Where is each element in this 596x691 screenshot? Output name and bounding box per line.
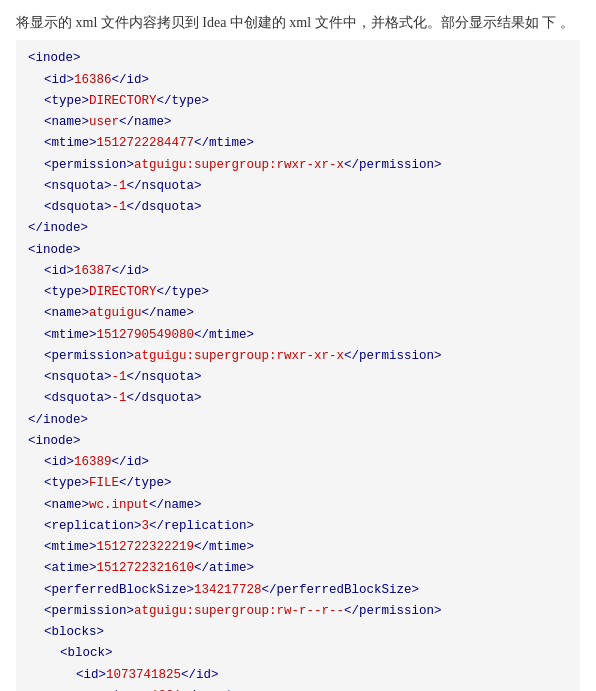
inode-2-nsquota: <nsquota>-1</nsquota> bbox=[28, 367, 568, 388]
intro-end: 。 bbox=[560, 15, 574, 30]
inode-1-open: <inode> bbox=[28, 48, 568, 69]
inode-2-id: <id>16387</id> bbox=[28, 261, 568, 282]
intro-text: 将显示的 xml 文件内容拷贝到 Idea 中创建的 xml 文件中，并格式化。… bbox=[16, 15, 539, 30]
inode-2-permission: <permission>atguigu:supergroup:rwxr-xr-x… bbox=[28, 346, 568, 367]
xml-display: <inode> <id>16386</id> <type>DIRECTORY</… bbox=[16, 40, 580, 691]
inode-2-name: <name>atguigu</name> bbox=[28, 303, 568, 324]
inode-3-name: <name>wc.input</name> bbox=[28, 495, 568, 516]
inode-3-atime: <atime>1512722321610</atime> bbox=[28, 558, 568, 579]
inode-1-type: <type>DIRECTORY</type> bbox=[28, 91, 568, 112]
inode-3-type: <type>FILE</type> bbox=[28, 473, 568, 494]
inode-3-permission: <permission>atguigu:supergroup:rw-r--r--… bbox=[28, 601, 568, 622]
inode-3-block-id: <id>1073741825</id> bbox=[28, 665, 568, 686]
inode-1-dsquota: <dsquota>-1</dsquota> bbox=[28, 197, 568, 218]
inode-3-mtime: <mtime>1512722322219</mtime> bbox=[28, 537, 568, 558]
inode-2-dsquota: <dsquota>-1</dsquota> bbox=[28, 388, 568, 409]
intro-paragraph: 将显示的 xml 文件内容拷贝到 Idea 中创建的 xml 文件中，并格式化。… bbox=[16, 12, 580, 34]
inode-3-open: <inode> bbox=[28, 431, 568, 452]
inode-3-replication: <replication>3</replication> bbox=[28, 516, 568, 537]
inode-1-close: </inode> bbox=[28, 218, 568, 239]
inode-3-block-open: <block> bbox=[28, 643, 568, 664]
inode-2-close: </inode> bbox=[28, 410, 568, 431]
inode-3-id: <id>16389</id> bbox=[28, 452, 568, 473]
inode-2-type: <type>DIRECTORY</type> bbox=[28, 282, 568, 303]
inode-2-open: <inode> bbox=[28, 240, 568, 261]
inode-1-id: <id>16386</id> bbox=[28, 70, 568, 91]
inode-3-blocks-open: <blocks> bbox=[28, 622, 568, 643]
inode-3-block-genstamp: <genstamp>1001</genstamp> bbox=[28, 686, 568, 691]
inode-1-mtime: <mtime>1512722284477</mtime> bbox=[28, 133, 568, 154]
inode-2-mtime: <mtime>1512790549080</mtime> bbox=[28, 325, 568, 346]
inode-1-name: <name>user</name> bbox=[28, 112, 568, 133]
inode-3-blocksize: <perferredBlockSize>134217728</perferred… bbox=[28, 580, 568, 601]
intro-link: 下 bbox=[542, 15, 556, 30]
inode-1-permission: <permission>atguigu:supergroup:rwxr-xr-x… bbox=[28, 155, 568, 176]
inode-1-nsquota: <nsquota>-1</nsquota> bbox=[28, 176, 568, 197]
